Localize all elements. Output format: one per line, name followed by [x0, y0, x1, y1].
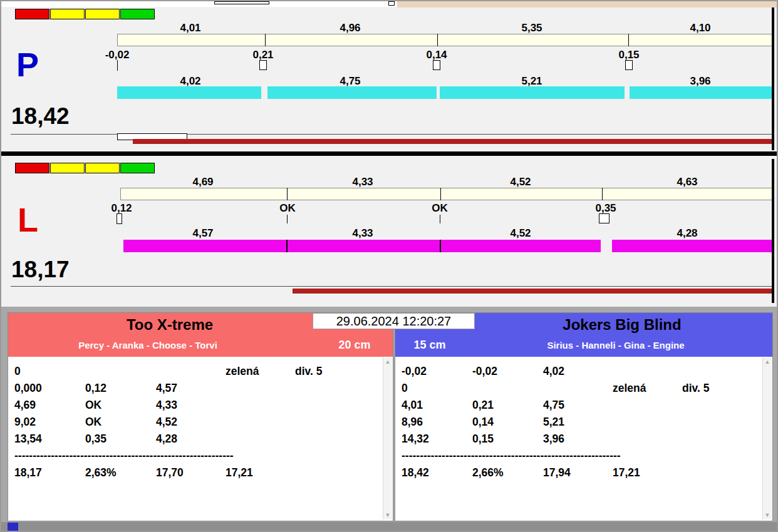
p-segment-bar: [267, 86, 437, 99]
result-cell: 17,70: [156, 466, 226, 479]
p-status-light-green: [120, 9, 155, 19]
p-segment-time-lower: 4,75: [324, 75, 376, 88]
p-status-light-yellow: [50, 9, 85, 19]
result-cell: 17,94: [543, 466, 613, 479]
l-total-time: 18,17: [11, 258, 70, 281]
track-divider: [437, 34, 438, 46]
result-cell: 2,63%: [85, 466, 156, 479]
p-penalty-checkbox[interactable]: [259, 60, 267, 70]
lane-l-section: 4,69 4,33 4,52 4,63 0,12 OK OK 0,35 4,57…: [1, 158, 778, 303]
team-panel-right: Jokers Big Blind Sirius - Hanneli - Gina…: [395, 312, 773, 521]
p-penalty-checkbox[interactable]: [433, 60, 440, 70]
p-checkpoint-delta: 0,15: [603, 49, 655, 61]
result-cell: 4,69: [14, 399, 85, 412]
result-cell: 3,96: [543, 432, 613, 446]
segment-bar-divider: [440, 240, 441, 252]
scroll-up-icon[interactable]: ▲: [383, 359, 392, 365]
l-segment-bar: [612, 240, 773, 252]
result-cell: zelená: [613, 382, 682, 395]
segment-bar-divider: [286, 240, 288, 252]
p-checkpoint-delta: -0,02: [91, 49, 143, 61]
l-segment-time-lower: 4,57: [177, 227, 229, 240]
p-segment-time-lower: 5,21: [506, 75, 558, 88]
track-divider: [628, 34, 629, 46]
track-divider: [602, 188, 603, 200]
lane-p-section: 4,01 4,96 5,35 4,10 -0,02 0,21 0,14 0,15…: [1, 8, 778, 151]
l-status-light-yellow: [85, 163, 120, 173]
left-team-members: Percy - Aranka - Choose - Torvi: [8, 340, 288, 350]
result-cell: 4,75: [543, 399, 613, 412]
result-row: 13,540,354,28: [14, 432, 383, 449]
track-divider: [287, 188, 288, 200]
l-penalty-checkbox[interactable]: [117, 213, 122, 224]
l-checkpoint-tick: [440, 215, 440, 223]
l-segment-time-upper: 4,52: [494, 176, 547, 188]
l-penalty-checkbox[interactable]: [599, 213, 609, 223]
l-progress-track: [11, 286, 773, 287]
run-timestamp: 29.06.2024 12:20:27: [313, 313, 475, 329]
result-cell: 17,21: [613, 466, 682, 479]
lane-separator: [1, 151, 778, 156]
p-segment-time-upper: 4,10: [674, 22, 727, 34]
left-height-class: 20 cm: [324, 339, 385, 352]
track-divider: [265, 34, 266, 46]
result-row: 4,69OK4,33: [14, 399, 383, 416]
result-cell: 0,000: [14, 382, 85, 395]
scroll-down-icon[interactable]: ▼: [763, 512, 772, 518]
p-penalty-checkbox[interactable]: [625, 60, 633, 70]
result-cell: 0,12: [85, 382, 156, 395]
result-row: 0,0000,124,57: [14, 382, 383, 399]
l-segment-time-upper: 4,69: [177, 176, 229, 188]
result-cell: ----------------------------------------…: [14, 449, 85, 463]
l-status-light-yellow: [50, 163, 85, 173]
result-total-row: 18,422,66%17,9417,21: [402, 466, 762, 483]
p-segment-time-upper: 4,01: [164, 22, 217, 34]
background-window-fragment: [388, 1, 395, 6]
track-divider: [440, 188, 441, 200]
result-row: 4,010,214,75: [402, 399, 762, 416]
p-status-light-yellow: [85, 9, 120, 19]
p-segment-time-lower: 4,02: [164, 75, 217, 88]
l-checkpoint-delta: 0,35: [579, 202, 632, 215]
lane-right-border: [772, 8, 774, 150]
right-results-text[interactable]: -0,02-0,024,02 0zelenádiv. 5 4,010,214,7…: [395, 357, 762, 520]
result-cell: 13,54: [14, 432, 85, 446]
p-checkpoint-delta: 0,21: [237, 49, 289, 61]
l-checkpoint-delta: 0,12: [95, 202, 148, 215]
l-lane-letter: L: [18, 203, 38, 237]
result-cell: 0,35: [85, 432, 156, 446]
result-cell: 8,96: [402, 416, 472, 429]
l-segment-bar: [123, 240, 286, 252]
result-cell: 14,32: [402, 432, 472, 446]
result-cell: zelená: [226, 365, 295, 378]
l-checkpoint-delta: OK: [413, 202, 466, 215]
p-lane-letter: P: [16, 48, 39, 81]
p-status-light-red: [15, 9, 49, 19]
left-team-name: Too X-treme: [8, 316, 331, 334]
result-cell: 18,17: [14, 466, 85, 479]
result-cell: 4,57: [156, 382, 226, 395]
p-segment-bar: [440, 86, 625, 99]
l-upper-track-bar: [120, 188, 773, 200]
team-panel-left: Too X-treme Percy - Aranka - Choose - To…: [8, 312, 393, 521]
l-segment-time-lower: 4,28: [661, 227, 713, 240]
left-panel-scrollbar[interactable]: ▲ ▼: [383, 357, 392, 519]
l-segment-time-lower: 4,33: [336, 227, 389, 240]
result-cell: 4,28: [156, 432, 226, 446]
result-row: 14,320,153,96: [402, 432, 762, 449]
scroll-up-icon[interactable]: ▲: [763, 359, 772, 365]
result-row: 8,960,145,21: [402, 416, 762, 432]
l-segment-bar: [441, 240, 601, 252]
lane-right-border: [772, 159, 774, 303]
left-results-text[interactable]: 0zelenádiv. 5 0,0000,124,57 4,69OK4,33 9…: [8, 357, 383, 520]
l-checkpoint-delta: OK: [261, 202, 314, 215]
right-team-members: Sirius - Hanneli - Gina - Engine: [458, 340, 774, 350]
l-status-light-green: [120, 163, 155, 173]
right-panel-scrollbar[interactable]: ▲ ▼: [762, 357, 772, 519]
scroll-down-icon[interactable]: ▼: [383, 512, 392, 518]
p-segment-bar: [117, 86, 261, 99]
background-window-strip: [397, 1, 778, 8]
result-row: 9,02OK4,52: [14, 416, 383, 432]
l-progress-bar: [293, 289, 773, 294]
result-row: 0zelenádiv. 5: [402, 382, 762, 399]
